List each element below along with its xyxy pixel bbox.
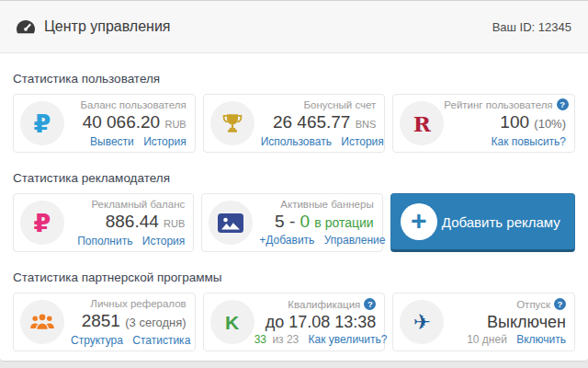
page-title: Центр управления <box>44 18 171 35</box>
use-bonus-link[interactable]: Использовать <box>261 135 332 148</box>
rating-icon: R <box>400 101 444 145</box>
ad-history-link[interactable]: История <box>142 235 186 247</box>
user-stats-row: ₽ Баланс пользователя 40 066.20 RUB Выве… <box>0 94 588 153</box>
referrals-value: 2851 (3 сегодня) <box>64 311 187 333</box>
user-id-badge: Ваш ID: 12345 <box>492 20 571 34</box>
vacation-days: 10 дней <box>467 333 507 346</box>
ruble-glyph: ₽ <box>34 211 51 236</box>
add-banner-link[interactable]: +Добавить <box>259 234 314 247</box>
bonus-value: 26 465.77 BNS <box>254 112 377 134</box>
ruble-icon: ₽ <box>20 201 64 245</box>
users-icon <box>20 300 64 344</box>
manage-banners-link[interactable]: Управление <box>324 234 386 247</box>
card-label: Рейтинг пользователя <box>444 99 552 110</box>
qualification-icon: K <box>210 300 254 344</box>
card-ad-balance: ₽ Рекламный баланс 886.44 RUB Пополнить … <box>13 193 194 252</box>
card-label: Рекламный баланс <box>64 198 185 212</box>
card-qualification: K Квалификация? до 17.08 13:38 33 из 23 … <box>203 293 386 351</box>
ruble-icon: ₽ <box>20 101 64 145</box>
section-title-user-stats: Статистика пользователя <box>13 72 575 86</box>
balance-history-link[interactable]: История <box>143 135 187 148</box>
control-center-panel: Центр управления Ваш ID: 12345 Статистик… <box>0 0 588 362</box>
panel-header: Центр управления Ваш ID: 12345 <box>0 1 588 53</box>
rating-value: 100 (10%) <box>444 112 566 134</box>
how-to-raise-link[interactable]: Как повысить? <box>491 135 566 148</box>
card-label: Отпуск <box>516 299 550 310</box>
plus-icon: + <box>401 203 437 240</box>
card-label: Баланс пользователя <box>64 98 187 112</box>
card-vacation: ✈ Отпуск? Выключен 10 дней Включить <box>392 293 575 351</box>
card-label: Квалификация <box>288 299 360 310</box>
trophy-icon <box>210 101 254 145</box>
card-active-banners: Активные баннеры 5 - 0 в ротации +Добави… <box>201 193 382 252</box>
vacation-status: Выключен <box>444 312 566 332</box>
help-icon[interactable]: ? <box>557 98 569 110</box>
card-user-balance: ₽ Баланс пользователя 40 066.20 RUB Выве… <box>13 94 196 153</box>
withdraw-link[interactable]: Вывести <box>90 135 134 148</box>
qualification-progress: 33 <box>254 333 266 346</box>
banner-image-icon <box>209 201 253 245</box>
section-title-partner-stats: Статистика партнерской программы <box>13 270 575 284</box>
section-title-advertiser-stats: Статистика рекламодателя <box>13 171 575 185</box>
banners-value: 5 - 0 в ротации <box>253 212 373 233</box>
referral-stats-link[interactable]: Статистика <box>132 334 190 347</box>
how-to-increase-link[interactable]: Как увеличить? <box>309 333 388 346</box>
ad-balance-value: 886.44 RUB <box>64 212 185 234</box>
qualification-letter: K <box>225 313 239 332</box>
partner-stats-row: Личных рефералов 2851 (3 сегодня) Структ… <box>0 293 588 351</box>
card-label: Личных рефералов <box>64 297 187 311</box>
bonus-history-link[interactable]: История <box>341 135 384 148</box>
card-referrals: Личных рефералов 2851 (3 сегодня) Структ… <box>13 293 196 351</box>
card-user-rating: R Рейтинг пользователя? 100 (10%) Как по… <box>392 94 575 153</box>
card-label: Бонусный счет <box>254 98 377 112</box>
qualification-deadline: до 17.08 13:38 <box>254 312 377 332</box>
help-icon[interactable]: ? <box>364 298 376 310</box>
tachometer-icon <box>17 19 35 34</box>
help-icon[interactable]: ? <box>554 298 566 310</box>
topup-link[interactable]: Пополнить <box>77 235 132 247</box>
rating-letter: R <box>413 113 431 134</box>
structure-link[interactable]: Структура <box>71 334 123 347</box>
add-ad-button[interactable]: + Добавить рекламу <box>390 193 575 252</box>
enable-vacation-link[interactable]: Включить <box>516 333 566 346</box>
advertiser-stats-row: ₽ Рекламный баланс 886.44 RUB Пополнить … <box>0 193 588 252</box>
balance-value: 40 066.20 RUB <box>64 112 187 134</box>
card-label: Активные баннеры <box>253 198 373 212</box>
ruble-glyph: ₽ <box>34 111 51 136</box>
card-bonus-account: Бонусный счет 26 465.77 BNS Использовать… <box>203 94 386 153</box>
airplane-icon: ✈ <box>400 300 444 344</box>
add-ad-button-label: Добавить рекламу <box>437 214 565 230</box>
